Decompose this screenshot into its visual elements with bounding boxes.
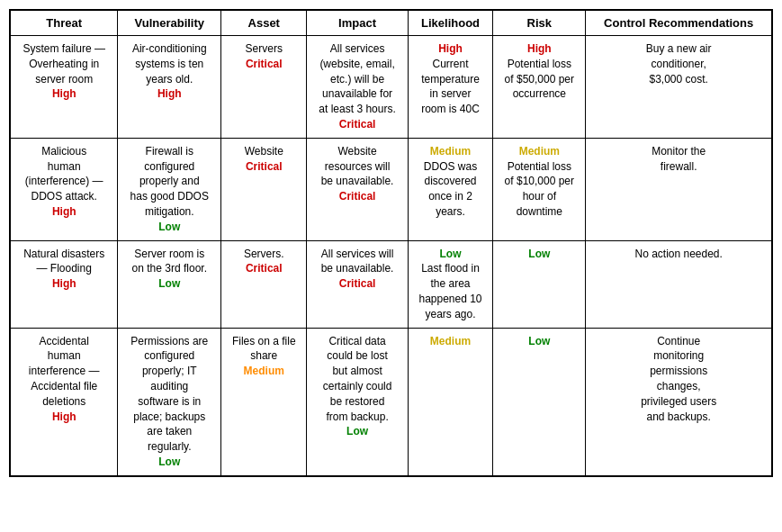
cell-asset: ServersCritical bbox=[221, 36, 307, 139]
cell-risk: MediumPotential lossof $10,000 perhour o… bbox=[493, 138, 586, 240]
cell-vulnerability: Permissions areconfiguredproperly; ITaud… bbox=[118, 328, 221, 476]
col-header-threat: Threat bbox=[10, 10, 118, 36]
cell-likelihood: Medium bbox=[408, 328, 493, 476]
cell-risk: HighPotential lossof $50,000 peroccurren… bbox=[493, 36, 586, 139]
cell-threat: Accidentalhumaninterference —Accidental … bbox=[10, 328, 118, 476]
cell-threat: System failure —Overheating inserver roo… bbox=[10, 36, 118, 139]
cell-impact: All services(website, email,etc.) will b… bbox=[307, 36, 408, 139]
risk-assessment-table: Threat Vulnerability Asset Impact Likeli… bbox=[9, 9, 773, 477]
col-header-risk: Risk bbox=[493, 10, 586, 36]
col-header-likelihood: Likelihood bbox=[408, 10, 493, 36]
cell-asset: WebsiteCritical bbox=[221, 138, 307, 240]
cell-risk: Low bbox=[493, 328, 586, 476]
col-header-control: Control Recommendations bbox=[586, 10, 772, 36]
cell-asset: Files on a fileshareMedium bbox=[221, 328, 307, 476]
cell-threat: Natural disasters— FloodingHigh bbox=[10, 240, 118, 328]
col-header-asset: Asset bbox=[221, 10, 307, 36]
cell-vulnerability: Server room ison the 3rd floor.Low bbox=[118, 240, 221, 328]
cell-control: Continuemonitoringpermissionschanges,pri… bbox=[586, 328, 772, 476]
cell-vulnerability: Firewall isconfiguredproperly andhas goo… bbox=[118, 138, 221, 240]
cell-impact: All services willbe unavailable.Critical bbox=[307, 240, 408, 328]
cell-vulnerability: Air-conditioningsystems is tenyears old.… bbox=[118, 36, 221, 139]
table-row: Malicioushuman(interference) —DDOS attac… bbox=[10, 138, 772, 240]
cell-threat: Malicioushuman(interference) —DDOS attac… bbox=[10, 138, 118, 240]
cell-asset: Servers.Critical bbox=[221, 240, 307, 328]
col-header-vulnerability: Vulnerability bbox=[118, 10, 221, 36]
cell-control: Monitor thefirewall. bbox=[586, 138, 772, 240]
cell-impact: Websiteresources willbe unavailable.Crit… bbox=[307, 138, 408, 240]
table-row: System failure —Overheating inserver roo… bbox=[10, 36, 772, 139]
col-header-impact: Impact bbox=[307, 10, 408, 36]
table-row: Natural disasters— FloodingHighServer ro… bbox=[10, 240, 772, 328]
cell-risk: Low bbox=[493, 240, 586, 328]
cell-likelihood: LowLast flood inthe areahappened 10years… bbox=[408, 240, 493, 328]
cell-likelihood: HighCurrenttemperaturein serverroom is 4… bbox=[408, 36, 493, 139]
table-row: Accidentalhumaninterference —Accidental … bbox=[10, 328, 772, 476]
cell-likelihood: MediumDDOS wasdiscoveredonce in 2years. bbox=[408, 138, 493, 240]
cell-impact: Critical datacould be lostbut almostcert… bbox=[307, 328, 408, 476]
cell-control: Buy a new airconditioner,$3,000 cost. bbox=[586, 36, 772, 139]
cell-control: No action needed. bbox=[586, 240, 772, 328]
